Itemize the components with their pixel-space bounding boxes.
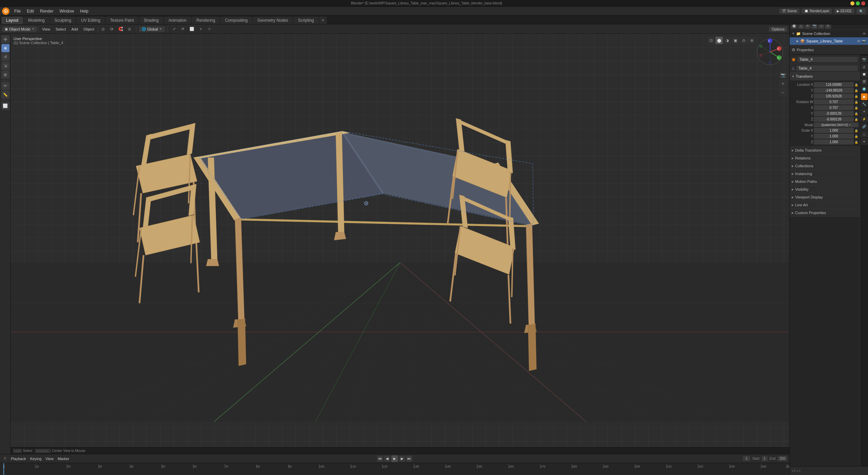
- scale-tool-btn[interactable]: ⇲: [1, 62, 9, 70]
- zoom-in-btn[interactable]: +: [779, 80, 787, 88]
- cursor-tool-btn[interactable]: ✛: [1, 35, 9, 43]
- obj-name-field[interactable]: Table_4: [797, 57, 858, 62]
- rotation-x-lock-icon[interactable]: 🔒: [854, 106, 859, 110]
- tab-shading[interactable]: Shading: [139, 17, 163, 24]
- maximize-button[interactable]: [856, 1, 860, 5]
- props-tab-data[interactable]: △: [861, 131, 868, 137]
- scale-y-lock-icon[interactable]: 🔒: [854, 135, 859, 138]
- scene-coll-eye-icon[interactable]: 👁: [863, 32, 866, 36]
- play-btn-main[interactable]: ▶: [391, 455, 398, 462]
- minimize-button[interactable]: [850, 1, 854, 5]
- custom-props-header[interactable]: ▶ Custom Properties: [790, 209, 860, 216]
- viewport-canvas[interactable]: User Perspective (1) Scene Collection | …: [11, 34, 789, 454]
- rotation-y-lock-icon[interactable]: 🔒: [854, 112, 859, 115]
- playback-menu[interactable]: Playback: [9, 456, 27, 461]
- current-frame-field[interactable]: 1: [743, 456, 750, 461]
- jump-to-start-btn[interactable]: ⏮: [377, 456, 383, 462]
- props-tab-scene[interactable]: 🎬: [861, 78, 868, 85]
- props-tab-physics[interactable]: ⚡: [861, 116, 868, 122]
- transform-space[interactable]: 🌐 Global ▼: [139, 26, 165, 32]
- solid-btn[interactable]: ⬤: [715, 37, 723, 44]
- rotate-tool-btn[interactable]: ↺: [1, 53, 9, 61]
- instancing-header[interactable]: ▶ Instancing: [790, 170, 860, 177]
- visibility-header[interactable]: ▶ Visibility: [790, 186, 860, 193]
- location-z-lock-icon[interactable]: 🔒: [854, 95, 859, 98]
- transform-pivot-btn[interactable]: ⟳: [108, 25, 116, 33]
- end-frame-field[interactable]: 250: [777, 456, 787, 461]
- tb-icon-3[interactable]: ⬜: [188, 25, 196, 33]
- overlay-btn[interactable]: ⊙: [740, 37, 747, 44]
- tab-animation[interactable]: Animation: [164, 17, 191, 24]
- marker-menu[interactable]: Marker: [56, 456, 71, 461]
- scale-x-field[interactable]: 1.000: [814, 128, 854, 133]
- view-menu[interactable]: View: [44, 456, 55, 461]
- tab-texture-paint[interactable]: Texture Paint: [105, 17, 139, 24]
- tab-compositing[interactable]: Compositing: [220, 17, 253, 24]
- add-workspace-button[interactable]: +: [319, 17, 327, 24]
- object-menu-btn[interactable]: Object: [81, 26, 96, 32]
- camera-view-btn[interactable]: 📷: [779, 71, 787, 79]
- scale-x-lock-icon[interactable]: 🔒: [854, 129, 859, 132]
- jump-to-end-btn[interactable]: ⏭: [406, 456, 412, 462]
- add-menu-btn[interactable]: Add: [70, 26, 80, 32]
- props-tab-particles[interactable]: ✦: [861, 108, 868, 115]
- snap-btn[interactable]: 🧲: [117, 25, 124, 33]
- start-frame-field[interactable]: 1: [762, 456, 768, 461]
- rendered-btn[interactable]: ▣: [732, 37, 739, 44]
- rotation-z-field[interactable]: -0.000139: [814, 117, 854, 122]
- props-tab-material[interactable]: ●: [861, 138, 868, 145]
- menu-help[interactable]: Help: [77, 8, 91, 14]
- material-preview-btn[interactable]: ◑: [724, 37, 731, 44]
- rotation-y-field[interactable]: -0.000139: [814, 111, 854, 116]
- rotation-z-lock-icon[interactable]: 🔒: [854, 118, 859, 121]
- relations-header[interactable]: ▶ Relations: [790, 154, 860, 162]
- outliner-item-scene-collection[interactable]: ▼ 📁 Scene Collection 👁: [790, 30, 868, 37]
- collections-header[interactable]: ▶ Collections: [790, 162, 860, 170]
- scale-z-field[interactable]: 1.000: [814, 139, 854, 145]
- wireframe-btn[interactable]: ⊡: [707, 37, 715, 44]
- measure-tool-btn[interactable]: 📏: [1, 91, 9, 99]
- close-button[interactable]: [861, 1, 865, 5]
- tb-icon-2[interactable]: ⟳: [179, 25, 187, 33]
- tab-scripting[interactable]: Scripting: [293, 17, 319, 24]
- menu-file[interactable]: File: [12, 8, 23, 14]
- props-tab-world[interactable]: 🌍: [861, 86, 868, 93]
- engine-selector[interactable]: ▶ EEVEE: [834, 8, 854, 14]
- rotation-w-field[interactable]: 0.707: [814, 99, 854, 104]
- delta-transform-header[interactable]: ▶ Delta Transform: [790, 147, 860, 154]
- navigation-gizmo[interactable]: X Y Z: [755, 37, 785, 67]
- scale-z-lock-icon[interactable]: 🔒: [854, 140, 859, 144]
- step-forward-btn[interactable]: ▶: [399, 456, 405, 462]
- add-primitive-btn[interactable]: ⬜: [1, 102, 9, 110]
- proportional-btn[interactable]: ◎: [126, 25, 133, 33]
- annotate-tool-btn[interactable]: ✏: [1, 82, 9, 90]
- tb-icon-4[interactable]: ⌖: [197, 25, 204, 33]
- outliner-item-table[interactable]: ▶ 📦 Square_Library_Table 👁 📷: [790, 37, 868, 45]
- rotation-x-field[interactable]: 0.707: [814, 105, 854, 110]
- props-tab-constraints[interactable]: 🔗: [861, 123, 868, 130]
- line-art-header[interactable]: ▶ Line Art: [790, 201, 860, 209]
- tab-geometry-nodes[interactable]: Geometry Nodes: [253, 17, 293, 24]
- tab-rendering[interactable]: Rendering: [192, 17, 220, 24]
- scene-selector[interactable]: 🎬 Scene: [779, 8, 800, 14]
- location-y-lock-icon[interactable]: 🔒: [854, 89, 859, 92]
- rotation-mode-field[interactable]: Quaternion (WXYZ) ▼: [814, 122, 859, 127]
- tab-modeling[interactable]: Modeling: [23, 17, 50, 24]
- transform-tool-btn[interactable]: ⊞: [1, 71, 9, 79]
- move-tool-btn[interactable]: ⊕: [1, 44, 9, 52]
- props-tab-output[interactable]: 🖨: [861, 63, 868, 70]
- gizmo-btn[interactable]: ⊛: [748, 37, 755, 44]
- options-btn[interactable]: Options: [769, 26, 787, 32]
- menu-window[interactable]: Window: [57, 8, 77, 14]
- props-tab-modifier[interactable]: 🔧: [861, 101, 868, 108]
- mode-selector[interactable]: ▣ Object Mode ▼: [2, 26, 37, 32]
- keying-menu[interactable]: Keying: [29, 456, 43, 461]
- location-z-field[interactable]: 105.92628: [814, 94, 854, 99]
- transform-section-header[interactable]: ▼ Transform: [790, 72, 860, 80]
- menu-edit[interactable]: Edit: [24, 8, 37, 14]
- view-menu-btn[interactable]: View: [40, 26, 52, 32]
- step-back-btn[interactable]: ◀: [384, 456, 390, 462]
- obj-data-name-field[interactable]: Table_4: [796, 65, 858, 71]
- menu-render[interactable]: Render: [37, 8, 56, 14]
- pivot-btn[interactable]: ⊙: [99, 25, 107, 33]
